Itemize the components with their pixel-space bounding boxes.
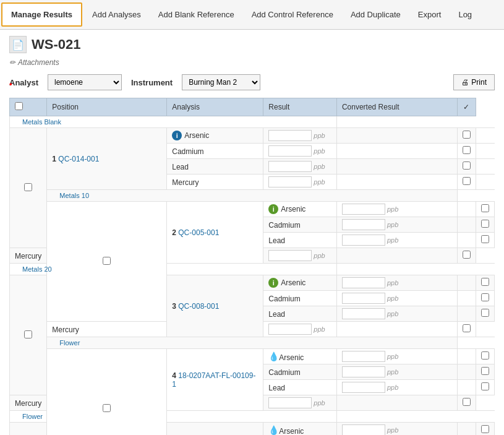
- row-check-checkbox[interactable]: [481, 293, 489, 301]
- analysis-cell: Cadmium: [263, 217, 337, 233]
- row-check-checkbox[interactable]: [463, 162, 471, 170]
- result-input[interactable]: [268, 145, 312, 157]
- position-id[interactable]: QC-008-001: [178, 302, 219, 311]
- analyst-select[interactable]: lemoene: [48, 74, 122, 90]
- row-check-checkbox[interactable]: [481, 309, 489, 317]
- row-check-checkbox[interactable]: [481, 351, 489, 360]
- row-check-checkbox[interactable]: [463, 146, 471, 154]
- converted-result-cell: [457, 380, 476, 395]
- result-input[interactable]: [342, 219, 385, 230]
- analysis-name: Cadmium: [268, 368, 300, 376]
- nav-item-manage-results[interactable]: Manage Results: [1, 2, 82, 27]
- row-check-checkbox[interactable]: [481, 235, 489, 243]
- result-cell: ppb: [336, 291, 457, 306]
- converted-result-cell: [336, 248, 457, 264]
- analysis-cell: Mercury: [10, 395, 47, 411]
- result-input[interactable]: [268, 161, 312, 172]
- result-input[interactable]: [268, 130, 312, 141]
- header-converted-result: Converted Result: [336, 98, 457, 116]
- sublabel-row: Flower: [10, 411, 495, 423]
- row-checkbox-cell: [47, 202, 167, 322]
- check-cell: [457, 174, 476, 190]
- result-input[interactable]: [342, 277, 385, 288]
- converted-result-cell: [336, 174, 457, 190]
- attachments-link[interactable]: ✏ Attachments: [9, 58, 495, 67]
- analysis-name: Mercury: [15, 251, 41, 260]
- row-check-checkbox[interactable]: [481, 425, 489, 433]
- result-unit: ppb: [314, 178, 325, 186]
- result-unit: ppb: [387, 368, 398, 376]
- header-position: Position: [47, 98, 167, 116]
- row-check-checkbox[interactable]: [481, 220, 489, 228]
- analysis-icon-green: i: [268, 204, 278, 214]
- result-input[interactable]: [342, 382, 385, 393]
- result-input[interactable]: [268, 324, 312, 335]
- header-checkmark: ✓: [457, 98, 476, 116]
- nav-item-add-control-reference[interactable]: Add Control Reference: [243, 4, 342, 25]
- result-unit: ppb: [314, 325, 325, 333]
- analysis-icon-drop: 💧: [268, 425, 279, 435]
- result-unit: ppb: [314, 132, 325, 139]
- row-check-checkbox[interactable]: [481, 382, 489, 390]
- result-input[interactable]: [342, 424, 385, 435]
- position-id[interactable]: 18-0207AAT-FL-00109-1: [172, 371, 255, 389]
- row-checkbox[interactable]: [24, 183, 32, 191]
- converted-result-cell: [457, 306, 476, 322]
- converted-result-cell: [457, 349, 476, 364]
- row-check-checkbox[interactable]: [481, 204, 489, 212]
- analysis-name: Lead: [268, 383, 285, 392]
- nav-item-add-duplicate[interactable]: Add Duplicate: [342, 4, 409, 25]
- result-input[interactable]: [342, 351, 385, 362]
- sublabel-cell: Metals Blank: [10, 116, 337, 128]
- result-input[interactable]: [342, 293, 385, 304]
- result-cell: ppb: [263, 174, 337, 190]
- attachments-label: Attachments: [18, 58, 59, 67]
- result-input[interactable]: [268, 250, 312, 261]
- position-id[interactable]: QC-014-001: [58, 155, 99, 163]
- result-unit: ppb: [387, 295, 398, 302]
- pencil-icon: ✏: [9, 58, 15, 67]
- analysis-cell: Cadmium: [263, 291, 337, 306]
- row-checkbox-cell: [10, 275, 47, 395]
- nav-item-export[interactable]: Export: [409, 4, 450, 25]
- result-input[interactable]: [342, 204, 385, 215]
- row-check-checkbox[interactable]: [463, 251, 471, 259]
- result-input[interactable]: [342, 308, 385, 319]
- print-label: Print: [471, 78, 487, 87]
- converted-result-cell: [457, 202, 476, 217]
- select-all-checkbox[interactable]: [15, 102, 23, 110]
- row-checkbox[interactable]: [103, 404, 111, 412]
- result-input[interactable]: [342, 366, 385, 377]
- print-button[interactable]: 🖨 Print: [453, 74, 495, 90]
- nav-item-add-blank-reference[interactable]: Add Blank Reference: [150, 4, 243, 25]
- position-id[interactable]: QC-005-001: [178, 228, 219, 237]
- row-check-checkbox[interactable]: [463, 398, 471, 406]
- check-cell: [476, 291, 494, 306]
- result-input[interactable]: [268, 176, 312, 187]
- result-input[interactable]: [342, 235, 385, 246]
- analysis-icon-green: i: [268, 278, 278, 288]
- check-cell: [457, 144, 476, 159]
- analysis-cell: Lead: [263, 380, 337, 395]
- analysis-name: Arsenic: [281, 278, 305, 287]
- nav-item-log[interactable]: Log: [450, 4, 481, 25]
- analysis-cell: Mercury: [167, 174, 263, 190]
- converted-result-cell: [457, 291, 476, 306]
- result-unit: ppb: [314, 163, 325, 170]
- nav-item-add-analyses[interactable]: Add Analyses: [83, 4, 150, 25]
- row-checkbox[interactable]: [103, 257, 111, 265]
- row-check-checkbox[interactable]: [481, 278, 489, 286]
- result-input[interactable]: [268, 397, 312, 408]
- converted-result-cell: [457, 233, 476, 248]
- instrument-select[interactable]: Burning Man 2: [182, 74, 260, 90]
- result-cell: ppb: [263, 144, 337, 159]
- analysis-name: Mercury: [15, 398, 41, 407]
- sublabel-row: Metals 20: [10, 264, 495, 275]
- row-check-checkbox[interactable]: [463, 131, 471, 139]
- row-checkbox[interactable]: [24, 330, 32, 338]
- result-unit: ppb: [387, 384, 398, 391]
- row-check-checkbox[interactable]: [463, 177, 471, 185]
- row-check-checkbox[interactable]: [481, 367, 489, 375]
- check-cell: [476, 233, 494, 248]
- row-check-checkbox[interactable]: [463, 324, 471, 332]
